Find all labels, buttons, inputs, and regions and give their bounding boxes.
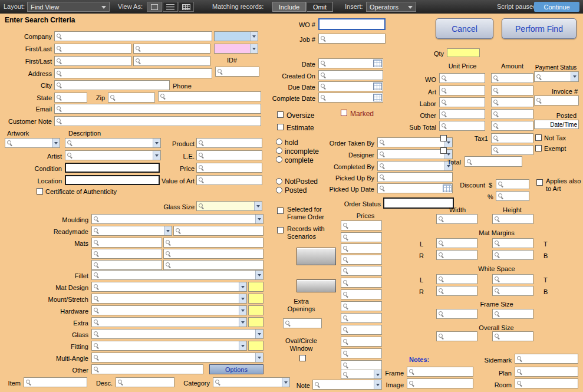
price-field-14[interactable] — [341, 370, 382, 379]
other-unit-price-field[interactable] — [439, 109, 485, 119]
fitting-field[interactable] — [91, 341, 247, 351]
white-space-left-field[interactable] — [436, 274, 477, 284]
picked-up-date-field[interactable] — [377, 183, 453, 193]
multi-angle-field[interactable] — [91, 353, 263, 363]
artwork-select-field[interactable] — [5, 138, 60, 148]
desc-field[interactable] — [116, 377, 174, 387]
total-field[interactable] — [465, 156, 522, 167]
price-field-13[interactable] — [341, 360, 382, 370]
mat-design-color-box[interactable] — [248, 282, 263, 292]
wo-unit-price-field[interactable] — [439, 73, 485, 83]
options-button[interactable]: Options — [209, 364, 263, 374]
dropdown-arrow-icon[interactable] — [255, 215, 263, 223]
dropdown-arrow-icon[interactable] — [255, 271, 263, 279]
dropdown-arrow-icon[interactable] — [239, 282, 246, 291]
mats-field-3b[interactable] — [163, 260, 263, 270]
state-field[interactable] — [54, 93, 87, 103]
layout-dropdown[interactable]: Find View — [27, 2, 110, 12]
blank-button-2[interactable] — [297, 279, 336, 292]
not-tax-checkbox[interactable] — [535, 134, 542, 141]
price-field-9[interactable] — [341, 313, 382, 323]
height-field[interactable] — [492, 214, 533, 224]
mat-margin-right-field[interactable] — [436, 250, 477, 260]
price-field-1[interactable] — [341, 220, 382, 230]
location-field[interactable] — [65, 175, 160, 185]
white-space-bottom-field[interactable] — [492, 286, 533, 296]
list-view-button[interactable] — [163, 2, 178, 12]
email-field[interactable] — [54, 104, 261, 114]
other-amount-field[interactable] — [491, 109, 533, 119]
price-field-11[interactable] — [341, 337, 382, 347]
room-field[interactable] — [515, 378, 578, 388]
mat-margin-left-field[interactable] — [436, 238, 477, 248]
dropdown-arrow-icon[interactable] — [153, 139, 160, 147]
invoice-field[interactable] — [534, 95, 579, 106]
art-unit-price-field[interactable] — [439, 85, 485, 95]
cancel-button[interactable]: Cancel — [436, 18, 493, 39]
product-field[interactable] — [196, 138, 262, 148]
value-of-art-field[interactable] — [196, 175, 262, 185]
mount-stretch-field[interactable] — [91, 294, 247, 304]
customer-note-field[interactable] — [54, 116, 261, 126]
glass-field[interactable] — [91, 329, 263, 339]
calendar-icon[interactable] — [373, 60, 382, 67]
calendar-icon[interactable] — [373, 83, 382, 90]
picked-up-by-field[interactable] — [377, 172, 453, 182]
dropdown-arrow-icon[interactable] — [571, 72, 578, 81]
qty-field[interactable] — [447, 48, 480, 57]
condition-field[interactable] — [65, 163, 160, 173]
created-on-field[interactable] — [318, 70, 383, 80]
omit-button[interactable]: Omit — [307, 2, 333, 12]
note-field[interactable] — [312, 380, 382, 390]
last-name-field[interactable] — [133, 44, 210, 54]
readymade-field[interactable] — [91, 226, 172, 236]
le-field[interactable] — [196, 150, 262, 160]
hardware-color-box[interactable] — [248, 305, 263, 315]
dropdown-arrow-icon[interactable] — [374, 370, 381, 378]
name-select-field[interactable] — [214, 44, 258, 54]
price-field-2[interactable] — [341, 232, 382, 242]
records-with-scenarios-checkbox[interactable] — [277, 227, 284, 233]
item-field[interactable] — [24, 377, 87, 387]
dropdown-arrow-icon[interactable] — [250, 32, 258, 41]
mat-margin-top-field[interactable] — [492, 238, 533, 248]
frame-size-height-field[interactable] — [492, 309, 533, 319]
price-field-5[interactable] — [341, 266, 382, 276]
dropdown-arrow-icon[interactable] — [250, 44, 258, 53]
estimate-checkbox[interactable] — [277, 124, 284, 130]
mat-design-field[interactable] — [91, 282, 247, 292]
tax1-field[interactable] — [491, 133, 533, 143]
mats-field-1a[interactable] — [91, 238, 162, 248]
white-space-right-field[interactable] — [436, 286, 477, 296]
discount-dollar-field[interactable] — [496, 179, 529, 189]
mats-field-1b[interactable] — [163, 238, 263, 248]
form-view-button[interactable] — [147, 2, 162, 12]
last-name-field-2[interactable] — [133, 56, 210, 66]
company-field[interactable] — [54, 31, 212, 41]
id-field[interactable] — [215, 67, 259, 77]
fillet-field[interactable] — [91, 270, 263, 280]
exempt-checkbox[interactable] — [535, 145, 542, 151]
dropdown-arrow-icon[interactable] — [153, 151, 160, 160]
dropdown-arrow-icon[interactable] — [282, 378, 289, 387]
description-field[interactable] — [65, 138, 161, 148]
subtotal-unit-price-field[interactable] — [439, 121, 485, 131]
oval-circle-window-checkbox[interactable] — [299, 355, 306, 361]
price-field[interactable] — [196, 163, 262, 173]
wo-number-field[interactable] — [318, 18, 386, 30]
applies-also-to-art-checkbox[interactable] — [536, 179, 543, 186]
perform-find-button[interactable]: Perform Find — [502, 18, 577, 39]
glass-size-field[interactable] — [196, 201, 262, 211]
marked-checkbox[interactable] — [341, 110, 347, 116]
wo-amount-field[interactable] — [491, 73, 533, 83]
extra-color-box[interactable] — [248, 317, 263, 327]
discount-percent-field[interactable] — [496, 191, 529, 201]
first-name-field[interactable] — [54, 44, 131, 54]
labor-amount-field[interactable] — [491, 97, 533, 107]
continue-button[interactable]: Continue — [534, 2, 579, 12]
dropdown-arrow-icon[interactable] — [52, 139, 60, 147]
subtotal-amount-field[interactable] — [491, 121, 533, 131]
dropdown-arrow-icon[interactable] — [239, 318, 246, 327]
complete-date-field[interactable] — [318, 93, 383, 103]
frame-size-width-field[interactable] — [436, 309, 477, 319]
